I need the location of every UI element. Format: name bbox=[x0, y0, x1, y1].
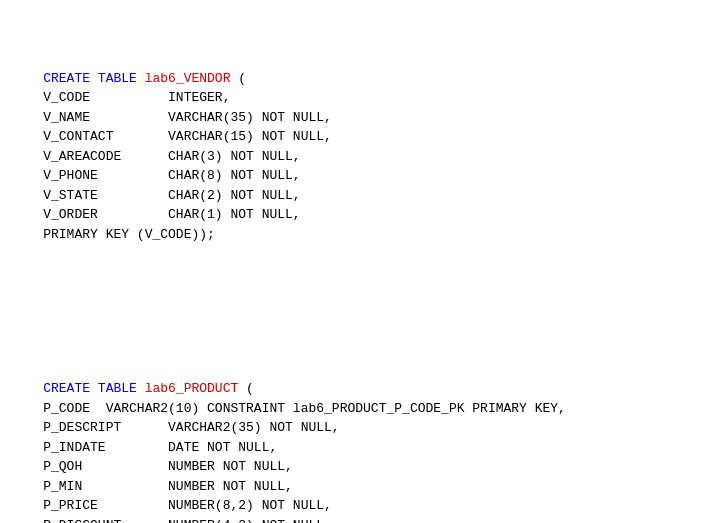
line-vcontact: V_CONTACT VARCHAR(15) NOT NULL, bbox=[43, 129, 332, 144]
line-product-create: CREATE TABLE lab6_PRODUCT ( bbox=[43, 381, 254, 396]
line-pdescript: P_DESCRIPT VARCHAR2(35) NOT NULL, bbox=[43, 420, 339, 435]
line-pindate: P_INDATE DATE NOT NULL, bbox=[43, 440, 277, 455]
line-vstate: V_STATE CHAR(2) NOT NULL, bbox=[43, 188, 300, 203]
line-vareacode: V_AREACODE CHAR(3) NOT NULL, bbox=[43, 149, 300, 164]
line-vendor-pk: PRIMARY KEY (V_CODE)); bbox=[43, 227, 215, 242]
product-section: CREATE TABLE lab6_PRODUCT ( P_CODE VARCH… bbox=[12, 340, 704, 523]
line-vname: V_NAME VARCHAR(35) NOT NULL, bbox=[43, 110, 332, 125]
line-vorder: V_ORDER CHAR(1) NOT NULL, bbox=[43, 207, 300, 222]
line-vendor-create: CREATE TABLE lab6_VENDOR ( bbox=[43, 71, 246, 86]
line-blank1 bbox=[43, 362, 51, 377]
line-pmin: P_MIN NUMBER NOT NULL, bbox=[43, 479, 293, 494]
line-vcode: V_CODE INTEGER, bbox=[43, 90, 230, 105]
line-pcode: P_CODE VARCHAR2(10) CONSTRAINT lab6_PROD… bbox=[43, 401, 566, 416]
line-pqoh: P_QOH NUMBER NOT NULL, bbox=[43, 459, 293, 474]
line-pdiscount: P_DISCOUNT NUMBER(4,2) NOT NULL, bbox=[43, 518, 332, 524]
line-pprice: P_PRICE NUMBER(8,2) NOT NULL, bbox=[43, 498, 332, 513]
line-vphone: V_PHONE CHAR(8) NOT NULL, bbox=[43, 168, 300, 183]
vendor-section: CREATE TABLE lab6_VENDOR ( V_CODE INTEGE… bbox=[12, 49, 704, 264]
sql-code-editor: CREATE TABLE lab6_VENDOR ( V_CODE INTEGE… bbox=[12, 10, 704, 523]
